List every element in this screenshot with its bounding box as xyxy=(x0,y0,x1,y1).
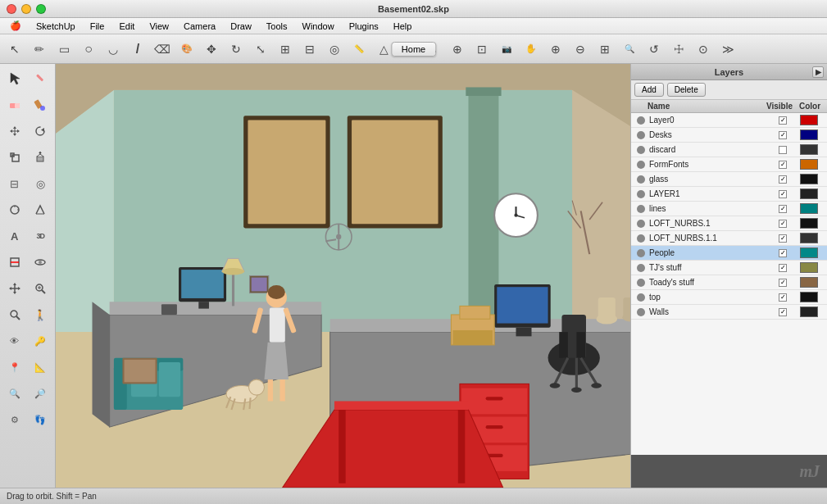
lt-pencil[interactable] xyxy=(28,66,54,92)
visibility-checkbox[interactable] xyxy=(779,205,787,213)
layer-visible-toggle[interactable] xyxy=(766,190,799,198)
tool-pushpull[interactable]: ⊞ xyxy=(274,38,297,61)
lt-tape[interactable] xyxy=(2,197,28,223)
lt-measure[interactable]: 📐 xyxy=(28,354,54,380)
layer-row[interactable]: FormFonts xyxy=(631,157,827,172)
minimize-button[interactable] xyxy=(21,4,31,14)
lt-move[interactable] xyxy=(2,118,28,144)
layer-row[interactable]: People xyxy=(631,246,827,261)
layer-visible-toggle[interactable] xyxy=(766,116,799,125)
lt-zoomext[interactable] xyxy=(2,302,28,328)
visibility-checkbox[interactable] xyxy=(779,264,787,272)
tool-eraser[interactable]: ⌫ xyxy=(151,38,174,61)
menu-file[interactable]: File xyxy=(84,20,111,32)
tool-pan[interactable]: ☩ xyxy=(667,38,690,61)
layer-row[interactable]: TJ's stuff xyxy=(631,261,827,275)
tool-line[interactable]: / xyxy=(126,38,149,61)
lt-pan[interactable] xyxy=(2,275,28,302)
layer-visible-toggle[interactable] xyxy=(766,249,799,257)
delete-layer-button[interactable]: Delete xyxy=(667,83,706,97)
layer-color-swatch[interactable] xyxy=(800,292,818,302)
menu-edit[interactable]: Edit xyxy=(112,20,141,32)
visibility-checkbox[interactable] xyxy=(779,131,787,139)
tool-axes[interactable]: ⊕ xyxy=(446,38,469,61)
lt-orbit[interactable] xyxy=(28,249,54,275)
layer-visible-toggle[interactable] xyxy=(766,279,799,287)
menu-view[interactable]: View xyxy=(143,20,175,32)
tool-select[interactable]: ↖ xyxy=(3,38,26,61)
lt-extra2[interactable]: ⚙ xyxy=(2,406,28,433)
visibility-checkbox[interactable] xyxy=(779,279,787,287)
tool-zoomwindow[interactable]: 🔍 xyxy=(618,38,641,61)
visibility-checkbox[interactable] xyxy=(779,293,787,302)
layer-row[interactable]: glass xyxy=(631,172,827,187)
tool-section[interactable]: ⊡ xyxy=(470,38,493,61)
tool-camera[interactable]: 📷 xyxy=(495,38,518,61)
layer-color-swatch[interactable] xyxy=(800,174,818,184)
layer-visible-toggle[interactable] xyxy=(766,264,799,272)
panel-collapse-button[interactable]: ▶ xyxy=(812,66,824,78)
lt-search[interactable]: 🔍 xyxy=(2,380,28,406)
visibility-checkbox[interactable] xyxy=(779,116,787,125)
lt-text[interactable]: A xyxy=(2,223,28,249)
visibility-checkbox[interactable] xyxy=(779,220,787,228)
tool-zoomextents[interactable]: ⊞ xyxy=(593,38,616,61)
home-button[interactable]: Home xyxy=(391,42,436,57)
visibility-checkbox[interactable] xyxy=(779,308,787,316)
layer-row[interactable]: top xyxy=(631,290,827,305)
lt-followme[interactable]: ⊟ xyxy=(2,170,28,197)
tool-followme[interactable]: ⊟ xyxy=(298,38,321,61)
menu-camera[interactable]: Camera xyxy=(177,20,222,32)
tool-more[interactable]: ≫ xyxy=(716,38,739,61)
lt-protractor[interactable] xyxy=(28,197,54,223)
lt-pushpull[interactable] xyxy=(28,144,54,170)
tool-rotate[interactable]: ↻ xyxy=(225,38,248,61)
layer-row[interactable]: Desks xyxy=(631,128,827,143)
layer-row[interactable]: lines xyxy=(631,202,827,216)
viewport[interactable] xyxy=(56,64,630,488)
layer-visible-toggle[interactable] xyxy=(766,293,799,302)
layer-visible-toggle[interactable] xyxy=(766,161,799,169)
tool-orbit[interactable]: ↺ xyxy=(643,38,666,61)
visibility-checkbox[interactable] xyxy=(779,234,787,243)
layer-visible-toggle[interactable] xyxy=(766,220,799,228)
layer-row[interactable]: discard xyxy=(631,143,827,157)
tool-paint[interactable]: 🎨 xyxy=(175,38,198,61)
tool-zoomin[interactable]: ⊕ xyxy=(544,38,567,61)
layer-visible-toggle[interactable] xyxy=(766,146,799,154)
layer-color-swatch[interactable] xyxy=(800,218,818,229)
layer-visible-toggle[interactable] xyxy=(766,205,799,213)
tool-circle[interactable]: ○ xyxy=(77,38,100,61)
lt-rotate[interactable] xyxy=(28,118,54,144)
tool-scale[interactable]: ⤡ xyxy=(249,38,272,61)
layer-color-swatch[interactable] xyxy=(800,262,818,273)
maximize-button[interactable] xyxy=(36,4,46,14)
lt-scale[interactable] xyxy=(2,144,28,170)
layer-color-swatch[interactable] xyxy=(800,159,818,170)
menu-sketchup[interactable]: SketchUp xyxy=(30,20,82,32)
tool-offset[interactable]: ◎ xyxy=(323,38,346,61)
lt-lookaround[interactable]: 👁 xyxy=(2,328,28,354)
layer-visible-toggle[interactable] xyxy=(766,234,799,243)
layer-color-swatch[interactable] xyxy=(800,115,818,125)
tool-move[interactable]: ✥ xyxy=(200,38,223,61)
layer-visible-toggle[interactable] xyxy=(766,175,799,184)
lt-3dtext[interactable]: 3D xyxy=(28,223,54,249)
layer-row[interactable]: LOFT_NURBS.1.1 xyxy=(631,231,827,246)
visibility-checkbox[interactable] xyxy=(779,161,787,169)
lt-extra[interactable]: 🔑 xyxy=(28,328,54,354)
visibility-checkbox[interactable] xyxy=(779,146,787,154)
menu-plugins[interactable]: Plugins xyxy=(343,20,385,32)
layer-color-swatch[interactable] xyxy=(800,188,818,199)
tool-tapemeasure[interactable]: 📏 xyxy=(348,38,370,61)
layer-row[interactable]: Walls xyxy=(631,305,827,320)
layer-color-swatch[interactable] xyxy=(800,277,818,288)
tool-pos-camera[interactable]: ⊙ xyxy=(692,38,715,61)
lt-section[interactable] xyxy=(2,249,28,275)
layer-color-swatch[interactable] xyxy=(800,247,818,258)
lt-extra3[interactable]: 👣 xyxy=(28,406,54,433)
layer-color-swatch[interactable] xyxy=(800,144,818,155)
tool-rect[interactable]: ▭ xyxy=(52,38,75,61)
layer-color-swatch[interactable] xyxy=(800,129,818,140)
lt-paint[interactable] xyxy=(28,92,54,118)
